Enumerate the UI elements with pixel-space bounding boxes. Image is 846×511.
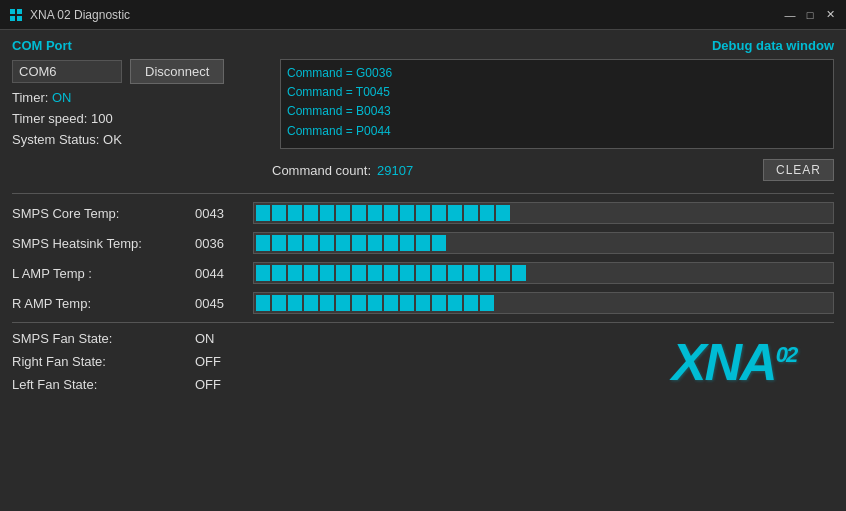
- fan-label: Right Fan State:: [12, 354, 187, 369]
- temp-label: SMPS Heatsink Temp:: [12, 236, 187, 251]
- com-left-panel: COM6 Disconnect Timer: ON Timer speed: 1…: [12, 59, 272, 147]
- temp-bar-bg: [253, 232, 834, 254]
- divider-2: [12, 322, 834, 323]
- bar-segment: [416, 235, 430, 251]
- app-icon: [8, 7, 24, 23]
- temp-row: L AMP Temp :0044: [12, 262, 834, 284]
- bar-segment: [256, 205, 270, 221]
- temp-section: SMPS Core Temp:0043SMPS Heatsink Temp:00…: [0, 202, 846, 314]
- com-port-select[interactable]: COM6: [12, 60, 122, 83]
- bar-segment: [496, 265, 510, 281]
- command-count-row: Command count: 29107 CLEAR: [12, 155, 834, 185]
- bar-segment: [400, 205, 414, 221]
- bar-segment: [464, 205, 478, 221]
- bar-segment: [336, 265, 350, 281]
- svg-rect-2: [10, 16, 15, 21]
- fan-value: ON: [195, 331, 215, 346]
- debug-window-label: Debug data window: [712, 38, 834, 53]
- bar-segment: [256, 295, 270, 311]
- bar-segment: [272, 205, 286, 221]
- command-count-value: 29107: [377, 163, 763, 178]
- title-bar: XNA 02 Diagnostic — □ ✕: [0, 0, 846, 30]
- bar-segment: [336, 295, 350, 311]
- bar-segment: [272, 265, 286, 281]
- bar-segment: [304, 265, 318, 281]
- temp-bar-fill: [254, 293, 833, 313]
- bar-segment: [304, 235, 318, 251]
- bar-segment: [368, 295, 382, 311]
- system-status-label: System Status:: [12, 132, 99, 147]
- bar-segment: [448, 205, 462, 221]
- bar-segment: [480, 205, 494, 221]
- close-button[interactable]: ✕: [822, 7, 838, 23]
- bar-segment: [384, 295, 398, 311]
- system-status-line: System Status: OK: [12, 132, 272, 147]
- clear-button[interactable]: CLEAR: [763, 159, 834, 181]
- bar-segment: [384, 265, 398, 281]
- temp-row: R AMP Temp:0045: [12, 292, 834, 314]
- bar-segment: [352, 235, 366, 251]
- bar-segment: [480, 265, 494, 281]
- disconnect-button[interactable]: Disconnect: [130, 59, 224, 84]
- temp-bar-fill: [254, 203, 833, 223]
- bar-segment: [256, 265, 270, 281]
- top-header: COM Port Debug data window: [12, 38, 834, 53]
- bar-segment: [320, 235, 334, 251]
- bar-segment: [400, 295, 414, 311]
- bar-segment: [480, 295, 494, 311]
- main-content: COM Port Debug data window COM6 Disconne…: [0, 30, 846, 193]
- bar-segment: [416, 295, 430, 311]
- bar-segment: [272, 235, 286, 251]
- svg-rect-1: [17, 9, 22, 14]
- bar-segment: [432, 295, 446, 311]
- debug-log[interactable]: Command = G0036Command = T0045Command = …: [280, 59, 834, 149]
- fan-row: Left Fan State:OFF: [12, 377, 634, 392]
- timer-speed-line: Timer speed: 100: [12, 111, 272, 126]
- temp-value: 0045: [195, 296, 245, 311]
- temp-value: 0044: [195, 266, 245, 281]
- bar-segment: [400, 265, 414, 281]
- maximize-button[interactable]: □: [802, 7, 818, 23]
- com-port-label: COM Port: [12, 38, 72, 53]
- fan-value: OFF: [195, 377, 221, 392]
- debug-log-line: Command = P0044: [287, 122, 827, 141]
- system-status-value: OK: [103, 132, 122, 147]
- bar-segment: [352, 295, 366, 311]
- bar-segment: [352, 205, 366, 221]
- bar-segment: [432, 265, 446, 281]
- bar-segment: [288, 265, 302, 281]
- xna-logo: XNA02: [634, 331, 834, 392]
- fan-label: Left Fan State:: [12, 377, 187, 392]
- fan-value: OFF: [195, 354, 221, 369]
- temp-value: 0036: [195, 236, 245, 251]
- bar-segment: [304, 205, 318, 221]
- bar-segment: [320, 295, 334, 311]
- timer-speed-label: Timer speed:: [12, 111, 87, 126]
- bar-segment: [368, 205, 382, 221]
- temp-row: SMPS Heatsink Temp:0036: [12, 232, 834, 254]
- temp-bar-bg: [253, 202, 834, 224]
- bar-segment: [448, 265, 462, 281]
- debug-log-line: Command = B0043: [287, 102, 827, 121]
- title-bar-left: XNA 02 Diagnostic: [8, 7, 130, 23]
- timer-speed-value: 100: [91, 111, 113, 126]
- debug-log-line: Command = G0036: [287, 64, 827, 83]
- temp-label: SMPS Core Temp:: [12, 206, 187, 221]
- command-count-label: Command count:: [272, 163, 371, 178]
- temp-bar-fill: [254, 233, 833, 253]
- bar-segment: [336, 235, 350, 251]
- window-controls: — □ ✕: [782, 7, 838, 23]
- fan-row: SMPS Fan State:ON: [12, 331, 634, 346]
- bar-segment: [320, 205, 334, 221]
- bar-segment: [416, 205, 430, 221]
- minimize-button[interactable]: —: [782, 7, 798, 23]
- bar-segment: [272, 295, 286, 311]
- bar-segment: [288, 205, 302, 221]
- bar-segment: [320, 265, 334, 281]
- fan-row: Right Fan State:OFF: [12, 354, 634, 369]
- timer-state: ON: [52, 90, 72, 105]
- divider-1: [12, 193, 834, 194]
- bar-segment: [368, 265, 382, 281]
- temp-label: L AMP Temp :: [12, 266, 187, 281]
- bar-segment: [416, 265, 430, 281]
